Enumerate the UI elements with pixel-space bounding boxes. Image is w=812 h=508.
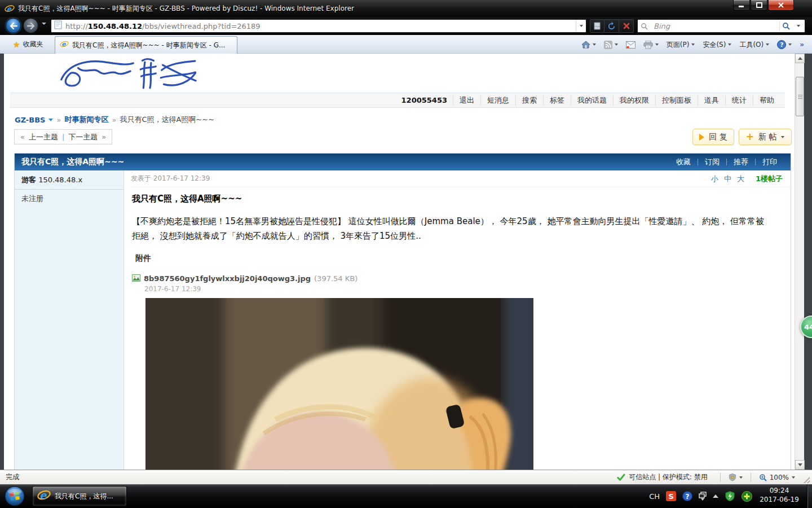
font-size-large[interactable]: 大	[737, 174, 744, 184]
language-indicator[interactable]: CH	[649, 492, 660, 501]
page-menu-button[interactable]: 页面(P)	[664, 38, 698, 51]
breadcrumb-root-link[interactable]: GZ-BBS	[15, 116, 45, 124]
breadcrumb-thread-title: 我只有C照，这得A照啊~~~	[120, 115, 214, 125]
feeds-button[interactable]	[601, 39, 621, 51]
taskbar-ie-button[interactable]: e 我只有C照，这得...	[32, 486, 127, 506]
help-button[interactable]: ?	[774, 38, 795, 51]
taskbar: e 我只有C照，这得... CH S ? 09:	[0, 484, 812, 508]
nav-control-panel[interactable]: 控制面板	[655, 95, 698, 106]
attachment-size: (397.54 KB)	[314, 274, 358, 283]
search-go-icon[interactable]	[780, 22, 792, 30]
attachment-section-label: 附件	[135, 253, 791, 264]
url-text[interactable]: http://150.48.48.12/bbs/viewthread.php?t…	[65, 22, 576, 30]
attachment-filename-link[interactable]: 8b987560gy1fglywlxxbjj20j40qowg3.jpg	[144, 274, 311, 283]
print-dropdown-icon[interactable]	[655, 43, 659, 46]
nav-my-permissions[interactable]: 我的权限	[613, 95, 655, 106]
prev-arrows: «	[20, 133, 25, 141]
print-thread-link[interactable]: 打印	[756, 157, 784, 167]
help-tray-icon[interactable]: ?	[682, 491, 692, 501]
nav-messages[interactable]: 短消息	[480, 95, 515, 106]
print-button[interactable]	[641, 39, 661, 51]
nav-my-topics[interactable]: 我的话题	[571, 95, 613, 106]
attachment-photo	[145, 298, 533, 470]
close-button[interactable]	[768, 0, 794, 11]
safety-menu-label: 安全(S)	[703, 40, 726, 50]
vertical-scrollbar[interactable]	[795, 54, 804, 470]
address-tools	[590, 19, 634, 33]
tools-dropdown-icon	[766, 43, 769, 46]
tab-active[interactable]: e 我只有C照，这得A照啊~~~ - 时事新闻专区 - G...	[55, 36, 237, 54]
taskbar-clock[interactable]: 09:24 2017-06-19	[754, 487, 804, 503]
refresh-icon[interactable]	[604, 19, 619, 33]
minimize-button[interactable]	[733, 0, 750, 11]
overflow-chevron-icon[interactable]: »	[797, 39, 806, 50]
favorite-thread-link[interactable]: 收藏	[669, 157, 698, 167]
tray-up-arrow-icon[interactable]	[713, 494, 718, 498]
back-button[interactable]	[6, 18, 21, 33]
nav-logout[interactable]: 退出	[453, 95, 480, 106]
nav-help[interactable]: 帮助	[753, 95, 780, 106]
tools-menu-label: 工具(O)	[739, 40, 764, 50]
forward-button[interactable]	[23, 18, 38, 33]
tab-title: 我只有C照，这得A照啊~~~ - 时事新闻专区 - G...	[72, 41, 225, 50]
next-topic-link[interactable]: 下一主题	[68, 132, 98, 142]
new-post-dropdown-icon	[781, 136, 784, 138]
nav-stats[interactable]: 统计	[725, 95, 753, 106]
breadcrumb-forum-link[interactable]: 时事新闻专区	[64, 115, 108, 125]
home-button[interactable]	[579, 39, 599, 50]
nav-tags[interactable]: 标签	[543, 95, 571, 106]
forum-logo[interactable]	[23, 57, 232, 92]
feeds-dropdown-icon[interactable]	[615, 43, 618, 46]
thread-title: 我只有C照，这得A照啊~~~	[21, 157, 124, 167]
address-bar[interactable]: http://150.48.48.12/bbs/viewthread.php?t…	[51, 19, 586, 33]
favorites-button[interactable]: ★ 收藏夹	[7, 37, 50, 51]
protection-control[interactable]	[725, 473, 746, 481]
plus-tray-icon[interactable]	[742, 491, 752, 502]
search-box[interactable]: Bing	[637, 19, 805, 33]
subscribe-link[interactable]: 订阅	[698, 157, 726, 167]
post-title: 我只有C照，这得A照啊~~~	[132, 194, 791, 204]
window-restore-tray-icon[interactable]	[699, 492, 707, 501]
maximize-button[interactable]	[751, 0, 767, 11]
font-size-medium[interactable]: 中	[724, 174, 731, 184]
scrollbar-thumb[interactable]	[796, 77, 804, 116]
reply-button[interactable]: 回 复	[692, 129, 734, 145]
recommend-link[interactable]: 推荐	[727, 157, 755, 167]
start-button[interactable]	[5, 486, 25, 506]
tools-menu-button[interactable]: 工具(O)	[736, 38, 772, 51]
search-input[interactable]: Bing	[654, 22, 779, 30]
user-id-link[interactable]: 120055453	[396, 96, 453, 104]
navigation-bar: http://150.48.48.12/bbs/viewthread.php?t…	[0, 17, 812, 35]
url-scheme: http://	[65, 22, 88, 30]
post-meta-row: 发表于 2017-6-17 12:39 小 中 大 1楼帖子	[131, 170, 791, 187]
safety-menu-button[interactable]: 安全(S)	[700, 38, 734, 51]
svg-text:?: ?	[780, 41, 783, 49]
mail-button[interactable]	[623, 40, 638, 50]
shield-tray-icon[interactable]	[725, 491, 735, 502]
help-dropdown-icon[interactable]	[788, 43, 792, 46]
history-dropdown-icon[interactable]	[42, 25, 46, 36]
desktop-screen: e 我只有C照，这得A照啊~~~ - 时事新闻专区 - GZ-BBS - Pow…	[0, 0, 812, 508]
prev-topic-link[interactable]: 上一主题	[29, 132, 58, 142]
zoom-level: 100%	[770, 474, 789, 481]
font-size-small[interactable]: 小	[711, 174, 718, 184]
nav-search[interactable]: 搜索	[515, 95, 543, 106]
address-dropdown-icon[interactable]	[576, 20, 586, 32]
protection-shield-icon	[729, 473, 736, 481]
zoom-control[interactable]: 100%	[756, 474, 798, 481]
home-dropdown-icon[interactable]	[593, 43, 596, 46]
sogou-icon[interactable]: S	[666, 491, 676, 501]
reply-arrow-icon	[699, 134, 704, 141]
search-dropdown-icon[interactable]	[792, 25, 805, 27]
breadcrumb-dropdown-icon[interactable]	[48, 119, 53, 121]
show-desktop-button[interactable]	[807, 484, 812, 508]
scroll-down-button[interactable]	[795, 460, 805, 470]
compatibility-view-icon[interactable]	[590, 19, 604, 33]
breadcrumb: GZ-BBS » 时事新闻专区 » 我只有C照，这得A照啊~~~	[15, 115, 214, 125]
scroll-up-button[interactable]	[795, 54, 805, 63]
new-post-button[interactable]: + 新 帖	[739, 129, 792, 145]
topic-nav: « 上一主题 | 下一主题 »	[14, 129, 112, 144]
nav-items[interactable]: 道具	[698, 95, 725, 106]
stop-icon[interactable]	[619, 19, 634, 33]
floor-link[interactable]: 1楼帖子	[756, 174, 783, 184]
